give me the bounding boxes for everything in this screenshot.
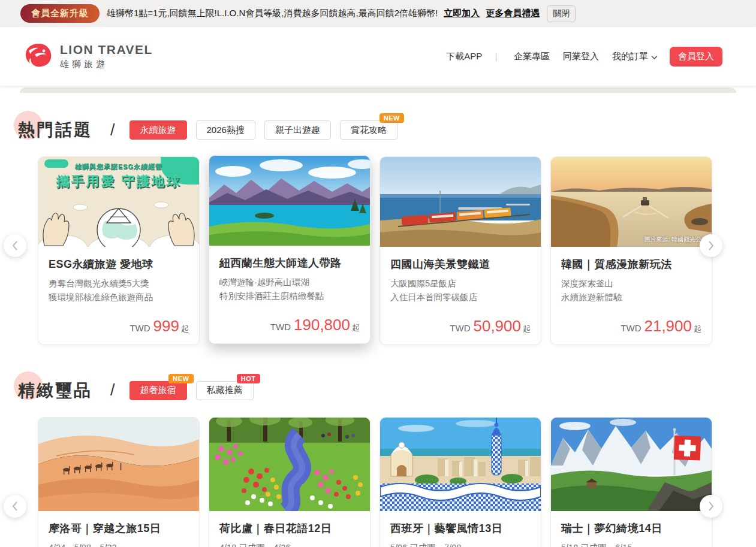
banner-close-button[interactable]: 關閉 [547, 5, 576, 22]
card-title: 瑞士｜夢幻綺境14日 [561, 521, 701, 536]
card-title: ESG永續旅遊 愛地球 [49, 257, 189, 271]
tab-sustainable-travel[interactable]: 永續旅遊 [129, 120, 187, 140]
tab-hidden-gems[interactable]: 私藏推薦 HOT [196, 381, 254, 400]
new-badge: NEW [379, 113, 404, 123]
carousel-next-button[interactable] [700, 234, 722, 257]
member-upgrade-badge: 會員全新升級 [20, 4, 100, 23]
card-shikoku[interactable]: 四國山海美景雙鐵道 大阪國際5星飯店 入住日本首間零碳飯店 TWD50,900起 [379, 156, 541, 345]
card-korea[interactable]: 圖片來源: 韓國觀光公社 韓國｜質感漫旅新玩法 深度探索釜山 永續旅遊新體驗 T… [550, 156, 712, 345]
nav-my-orders[interactable]: 我的訂單 [612, 51, 658, 62]
card-new-zealand[interactable]: 紐西蘭生態大師達人帶路 峽灣遊輪·越野高山環湖 特別安排酒莊主廚精緻餐點 TWD… [209, 155, 371, 344]
new-zealand-lake-image [209, 156, 370, 246]
earth-hands-illustration [38, 195, 199, 247]
morocco-desert-image [38, 418, 199, 511]
card-title: 韓國｜質感漫旅新玩法 [561, 257, 701, 271]
card-price: TWD21,900起 [551, 313, 712, 344]
promo-message: 雄獅幣1點=1元,回饋無上限!L.I.O.N會員等級,消費越多回饋越高,最高回饋… [107, 8, 438, 19]
lion-logo-icon [24, 43, 53, 70]
tab-family-outing[interactable]: 親子出遊趣 [264, 120, 331, 140]
promo-banner: 會員全新升級 雄獅幣1點=1元,回饋無上限!L.I.O.N會員等級,消費越多回饋… [0, 0, 756, 27]
card-description: 大阪國際5星飯店 入住日本首間零碳飯店 [390, 277, 531, 305]
card-benelux[interactable]: 荷比盧｜春日花語12日 4/18 已成團、4/26 五星文華東方2晚·米其林餐食 [209, 417, 371, 547]
card-esg[interactable]: 雄獅與您承諾ESG永續經營 攜手用愛 守護地球 ESG永續旅遊 愛地球 勇奪台灣… [38, 156, 200, 345]
card-description: 深度探索釜山 永續旅遊新體驗 [561, 277, 701, 305]
tab-2026-trending[interactable]: 2026熱搜 [196, 120, 255, 140]
esg-slogan: 攜手用愛 守護地球 [38, 173, 199, 191]
nav-agent-login[interactable]: 同業登入 [563, 51, 599, 62]
hot-topics-title: 熱門話題 [18, 119, 92, 141]
card-description: 5/18 已成團、6/15 盧森、慕尼黑 雙文華東方飯店 [561, 541, 701, 547]
tab-luxury-hotels[interactable]: 超奢旅宿 NEW [129, 381, 187, 400]
card-price: TWD999起 [38, 313, 199, 344]
header-nav: 下載APP ｜ 企業專區 同業登入 我的訂單 會員登入 [433, 47, 722, 67]
esg-illustration-image: 雄獅與您承諾ESG永續經營 攜手用愛 守護地球 [38, 157, 199, 247]
image-credit: 圖片來源: 韓國觀光公社 [644, 235, 707, 244]
carousel-prev-button[interactable] [4, 495, 26, 518]
hot-topics-tabs: 永續旅遊 2026熱搜 親子出遊趣 賞花攻略 NEW [129, 120, 397, 140]
card-morocco[interactable]: 摩洛哥｜穿越之旅15日 4/24、5/08、5/22 卡薩布蘭卡、馬拉喀什入住四… [38, 417, 200, 547]
tulip-garden-image [209, 418, 370, 511]
tab-flower-viewing[interactable]: 賞花攻略 NEW [340, 120, 397, 140]
card-spain[interactable]: 西班牙｜藝饗風情13日 5/06 已成團、7/08 馬德里超奢酒店2晚連泊 [379, 417, 541, 547]
card-title: 紐西蘭生態大師達人帶路 [219, 256, 360, 270]
card-title: 荷比盧｜春日花語12日 [219, 521, 360, 536]
hot-topics-carousel: 雄獅與您承諾ESG永續經營 攜手用愛 守護地球 ESG永續旅遊 愛地球 勇奪台灣… [38, 156, 712, 345]
brand-name-en: LION TRAVEL [60, 43, 153, 57]
premium-carousel: 摩洛哥｜穿越之旅15日 4/24、5/08、5/22 卡薩布蘭卡、馬拉喀什入住四… [38, 417, 712, 547]
card-price: TWD190,800起 [209, 312, 370, 343]
brand-logo[interactable]: LION TRAVEL 雄獅旅遊 [24, 43, 153, 70]
slash-decoration: / [110, 381, 115, 400]
barcelona-park-guell-image [380, 418, 541, 511]
swiss-flag [674, 436, 701, 461]
carousel-prev-button[interactable] [4, 234, 26, 257]
slash-decoration: / [110, 121, 115, 140]
card-price: TWD50,900起 [380, 313, 541, 344]
join-now-link[interactable]: 立即加入 [444, 8, 480, 19]
nav-corporate[interactable]: 企業專區 [514, 51, 550, 62]
korea-river-sunset-image: 圖片來源: 韓國觀光公社 [551, 157, 712, 247]
brand-name-zh: 雄獅旅遊 [60, 59, 153, 70]
card-title: 摩洛哥｜穿越之旅15日 [49, 521, 189, 536]
card-title: 四國山海美景雙鐵道 [390, 257, 531, 271]
card-title: 西班牙｜藝饗風情13日 [390, 521, 531, 536]
swiss-alps-flag-image [551, 418, 712, 511]
premium-section-head: 精緻璽品 / 超奢旅宿 NEW 私藏推薦 HOT [18, 379, 756, 403]
card-switzerland[interactable]: 瑞士｜夢幻綺境14日 5/18 已成團、6/15 盧森、慕尼黑 雙文華東方飯店 [550, 417, 712, 547]
carousel-next-button[interactable] [700, 495, 722, 518]
card-description: 4/18 已成團、4/26 五星文華東方2晚·米其林餐食 [219, 541, 360, 547]
member-benefits-link[interactable]: 更多會員禮遇 [486, 8, 540, 19]
card-description: 5/06 已成團、7/08 馬德里超奢酒店2晚連泊 [390, 541, 531, 547]
member-login-button[interactable]: 會員登入 [670, 47, 722, 67]
card-description: 峽灣遊輪·越野高山環湖 特別安排酒莊主廚精緻餐點 [219, 276, 360, 304]
card-description: 4/24、5/08、5/22 卡薩布蘭卡、馬拉喀什入住四季酒店 [49, 541, 189, 547]
nav-download-app[interactable]: 下載APP [446, 51, 482, 62]
hot-badge: HOT [237, 374, 260, 383]
chevron-down-icon [651, 52, 658, 62]
premium-title: 精緻璽品 [18, 379, 92, 402]
site-header: LION TRAVEL 雄獅旅遊 下載APP ｜ 企業專區 同業登入 我的訂單 … [0, 27, 756, 86]
esg-tagline: 雄獅與您承諾ESG永續經營 [38, 162, 199, 171]
hot-topics-section-head: 熱門話題 / 永續旅遊 2026熱搜 親子出遊趣 賞花攻略 NEW [18, 118, 756, 142]
header-strip-decoration [20, 87, 736, 93]
shikoku-train-image [380, 157, 541, 247]
new-badge: NEW [168, 374, 193, 383]
premium-tabs: 超奢旅宿 NEW 私藏推薦 HOT [129, 381, 254, 400]
nav-divider: ｜ [492, 51, 501, 62]
card-description: 勇奪台灣觀光永續獎5大獎 獲環境部核准綠色旅遊商品 [49, 277, 189, 305]
